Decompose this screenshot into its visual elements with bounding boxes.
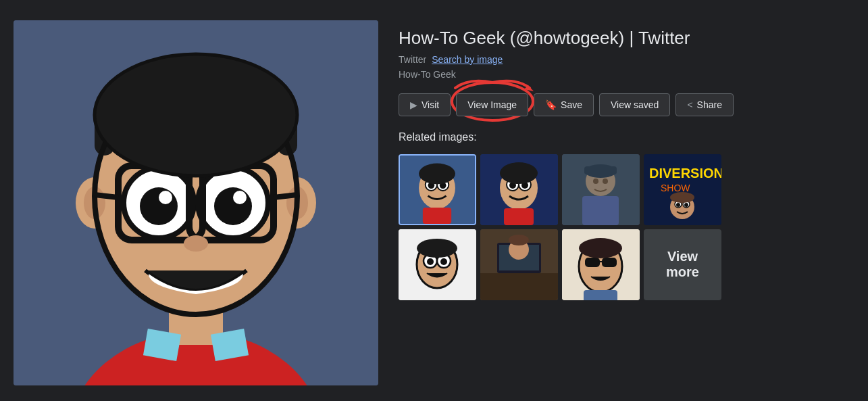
- svg-point-80: [579, 238, 622, 258]
- svg-line-25: [274, 195, 297, 197]
- action-buttons: ▶ Visit View Image 🔖 Sa: [399, 93, 854, 116]
- site-name: How-To Geek: [399, 69, 854, 80]
- page-title: How-To Geek (@howtogeek) | Twitter: [399, 27, 854, 50]
- svg-rect-78: [602, 258, 617, 267]
- svg-rect-70: [480, 273, 558, 300]
- svg-rect-4: [143, 329, 181, 361]
- svg-point-37: [419, 163, 455, 184]
- svg-point-67: [440, 258, 447, 265]
- svg-rect-44: [504, 208, 534, 225]
- svg-text:DIVERSION: DIVERSION: [649, 166, 721, 181]
- svg-point-51: [593, 179, 598, 184]
- svg-point-61: [670, 192, 694, 203]
- svg-point-17: [140, 187, 178, 225]
- svg-text:SHOW: SHOW: [661, 183, 690, 193]
- related-title: Related images:: [399, 131, 854, 143]
- svg-point-18: [214, 187, 252, 225]
- svg-rect-50: [584, 166, 617, 174]
- svg-rect-77: [585, 258, 600, 267]
- bookmark-icon: 🔖: [545, 99, 557, 110]
- search-by-image-link[interactable]: Search by image: [432, 54, 503, 65]
- svg-point-19: [159, 191, 172, 204]
- view-image-wrapper: View Image: [456, 93, 528, 116]
- share-icon: <: [687, 99, 692, 110]
- svg-point-59: [676, 203, 680, 207]
- svg-point-26: [184, 235, 208, 252]
- svg-point-27: [95, 54, 297, 176]
- visit-icon: ▶: [410, 99, 417, 110]
- related-thumb-7[interactable]: [562, 229, 640, 300]
- source-label: Twitter: [399, 54, 426, 65]
- view-image-button[interactable]: View Image: [456, 93, 528, 116]
- svg-rect-48: [582, 196, 619, 225]
- related-thumb-1[interactable]: [399, 154, 476, 225]
- related-thumb-2[interactable]: [480, 154, 558, 225]
- subtitle-row: Twitter Search by image: [399, 54, 854, 65]
- share-button[interactable]: < Share: [675, 93, 734, 116]
- svg-point-60: [684, 203, 688, 207]
- save-button[interactable]: 🔖 Save: [534, 93, 594, 116]
- svg-point-74: [509, 235, 529, 245]
- svg-point-68: [417, 239, 457, 258]
- related-thumb-6[interactable]: [480, 229, 558, 300]
- svg-marker-29: [524, 85, 534, 91]
- view-saved-button[interactable]: View saved: [599, 93, 670, 116]
- svg-point-52: [603, 179, 608, 184]
- related-thumb-3[interactable]: [562, 154, 640, 225]
- related-thumb-4[interactable]: DIVERSION SHOW: [644, 154, 721, 225]
- related-thumb-5[interactable]: [399, 229, 476, 300]
- info-panel: How-To Geek (@howtogeek) | Twitter Twitt…: [399, 20, 854, 300]
- main-image[interactable]: [14, 20, 378, 385]
- main-container: How-To Geek (@howtogeek) | Twitter Twitt…: [14, 14, 854, 387]
- svg-rect-36: [423, 208, 451, 224]
- visit-button[interactable]: ▶ Visit: [399, 93, 451, 116]
- svg-rect-5: [211, 329, 249, 361]
- svg-point-66: [427, 258, 434, 265]
- svg-line-24: [95, 195, 118, 197]
- svg-point-45: [500, 162, 538, 184]
- svg-point-20: [233, 191, 247, 204]
- view-more-thumb[interactable]: View more: [644, 229, 721, 300]
- svg-rect-81: [584, 290, 617, 300]
- related-images-grid: DIVERSION SHOW: [399, 154, 854, 300]
